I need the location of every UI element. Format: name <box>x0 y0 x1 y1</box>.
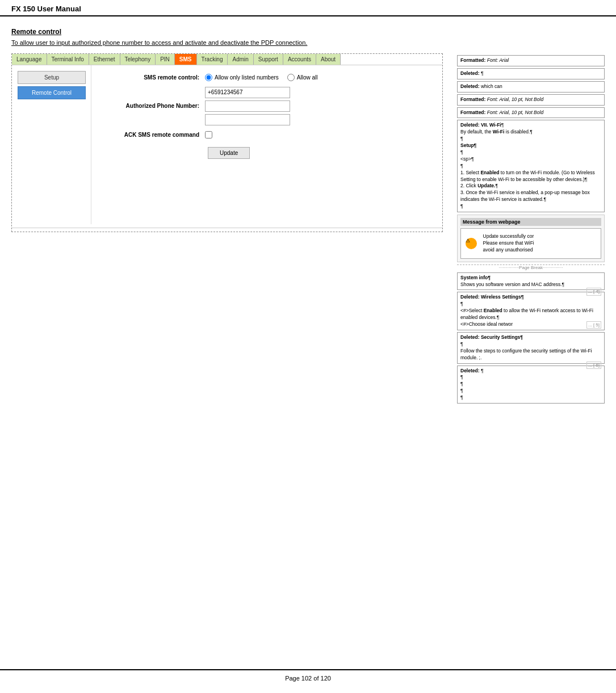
page-header: FX 150 User Manual <box>0 0 616 16</box>
nav-about[interactable]: About <box>316 54 341 65</box>
screenshot-content: ⚠ Update successfully cor Please ensure … <box>460 228 601 259</box>
device-content: Setup Remote Control SMS remote control:… <box>12 65 442 224</box>
annot-formatted-font-arial: Formatted: Font: Arial <box>457 55 605 66</box>
separator <box>12 228 442 228</box>
ack-checkbox[interactable] <box>205 131 212 138</box>
warning-icon: ⚠ <box>466 238 477 249</box>
remote-control-button[interactable]: Remote Control <box>18 86 86 99</box>
nav-language[interactable]: Language <box>12 54 47 65</box>
annot-formatted-font-arial-10pt-1: Formatted: Font: Arial, 10 pt, Not Bold <box>457 94 605 106</box>
nav-accounts[interactable]: Accounts <box>283 54 316 65</box>
radio-allow-all-input[interactable] <box>287 74 295 81</box>
phone-row: Authorized Phone Number: <box>103 87 431 125</box>
nav-sms[interactable]: SMS <box>175 54 197 65</box>
update-row: Update <box>103 147 431 159</box>
doc-area: Remote control To allow user to input au… <box>11 22 466 522</box>
nav-telephony[interactable]: Telephony <box>120 54 156 65</box>
radio-allow-listed-label: Allow only listed numbers <box>215 74 279 81</box>
page-break: ················Page Break··············… <box>457 264 605 270</box>
nav-bar: Language Terminal Info Ethernet Telephon… <box>12 54 442 65</box>
footer-text: Page 102 of 120 <box>285 675 331 682</box>
annot-formatted-font-arial-10pt-2: Formatted: Font: Arial, 10 pt, Not Bold <box>457 107 605 119</box>
annot-deleted-para1: Deleted: ¶ <box>457 68 605 79</box>
empty-space <box>11 238 466 522</box>
radio-allow-listed[interactable]: Allow only listed numbers <box>205 74 279 81</box>
page-footer: Page 102 of 120 <box>0 669 616 682</box>
radio-allow-all-label: Allow all <box>297 74 318 81</box>
screenshot-box: Message from webpage ⚠ Update successful… <box>457 215 605 262</box>
ack-row: ACK SMS remote command <box>103 131 431 138</box>
annot-deleted-wireless: Deleted: Wireless Settings¶ ¶ <#>Select … <box>457 292 605 330</box>
annot-system-info: System info¶ Shows you software version … <box>457 272 605 291</box>
phone-fields <box>205 87 290 125</box>
section-description: To allow user to input authorized phone … <box>11 38 466 48</box>
device-sidebar: Setup Remote Control <box>12 65 91 224</box>
ack-label: ACK SMS remote command <box>103 132 205 138</box>
device-ui-box: Language Terminal Info Ethernet Telephon… <box>11 53 443 232</box>
radio-allow-listed-input[interactable] <box>205 74 212 81</box>
nav-tracking[interactable]: Tracking <box>197 54 228 65</box>
phone-input-3[interactable] <box>205 114 290 125</box>
annot-deleted-which-can: Deleted: which can <box>457 81 605 93</box>
nav-support[interactable]: Support <box>254 54 283 65</box>
phone-input-1[interactable] <box>205 87 290 98</box>
sms-controls: Allow only listed numbers Allow all <box>205 74 318 81</box>
sms-label: SMS remote control: <box>103 74 205 81</box>
screenshot-text: Update successfully cor Please ensure th… <box>483 233 534 254</box>
sms-control-row: SMS remote control: Allow only listed nu… <box>103 74 431 81</box>
annot-deleted-wifi: Deleted: VII. Wi-Fi¶ By default, the Wi-… <box>457 120 605 212</box>
radio-allow-all[interactable]: Allow all <box>287 74 318 81</box>
annot-deleted-security: Deleted: Security Settings¶ ¶ Follow the… <box>457 332 605 364</box>
section-heading: Remote control <box>11 28 466 36</box>
annot-deleted-paras: Deleted: ¶¶¶¶¶ <box>457 366 605 404</box>
phone-input-2[interactable] <box>205 100 290 112</box>
nav-admin[interactable]: Admin <box>228 54 253 65</box>
screenshot-title: Message from webpage <box>460 218 601 226</box>
right-annotations: Formatted: Font: Arial Deleted: ¶ Delete… <box>457 55 605 405</box>
device-form: SMS remote control: Allow only listed nu… <box>91 65 442 224</box>
nav-pin[interactable]: PIN <box>156 54 175 65</box>
update-button[interactable]: Update <box>208 147 250 159</box>
nav-terminal-info[interactable]: Terminal Info <box>47 54 89 65</box>
setup-button[interactable]: Setup <box>18 71 86 84</box>
page-title: FX 150 User Manual <box>11 5 605 13</box>
nav-ethernet[interactable]: Ethernet <box>89 54 120 65</box>
main-content: Remote control To allow user to input au… <box>0 16 616 527</box>
phone-label: Authorized Phone Number: <box>103 103 205 109</box>
